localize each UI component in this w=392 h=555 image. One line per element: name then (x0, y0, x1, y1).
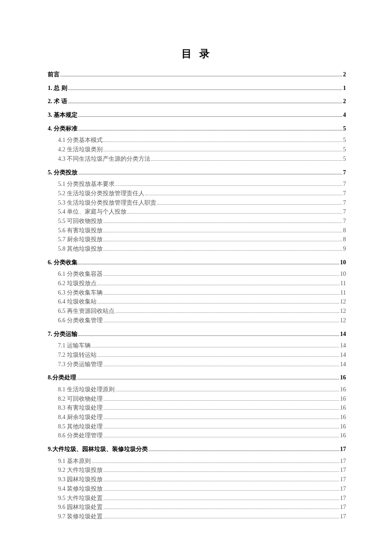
toc-sub-label: 4.3 不同生活垃圾产生源的分类方法 (58, 154, 150, 164)
toc-section-page: 7 (343, 168, 346, 177)
toc-line: 2. 术 语2 (48, 97, 346, 106)
toc-leader (98, 285, 340, 285)
toc-leader (104, 428, 339, 428)
toc-leader (104, 518, 339, 518)
toc-line: 9.6 园林垃圾处置17 (48, 503, 346, 512)
toc-sub-label: 7.2 垃圾转运站 (58, 350, 97, 360)
toc-line: 8.4 厨余垃圾处理16 (48, 413, 346, 422)
toc-sub-label: 8.1 生活垃圾处理原则 (58, 385, 115, 394)
toc-sub-page: 12 (340, 306, 346, 316)
toc-line: 3. 基本规定4 (48, 110, 346, 120)
toc-sub-page: 10 (340, 269, 346, 279)
toc-line: 9.大件垃圾、园林垃圾、装修垃圾分类17 (48, 445, 346, 454)
toc-section-page: 10 (340, 258, 346, 267)
toc-sub-page: 17 (340, 475, 346, 484)
toc-sub-page: 7 (343, 198, 346, 208)
toc-line: 5.6 有害垃圾投放8 (48, 226, 346, 235)
toc-leader (115, 185, 342, 186)
toc-subs: 6.1 分类收集容器106.2 垃圾投放点116.3 分类收集车辆116.4 垃… (48, 269, 346, 325)
toc-section-page: 14 (340, 330, 346, 339)
toc-leader (104, 509, 339, 509)
toc-line: 6.5 再生资源回收站点12 (48, 306, 346, 316)
toc-sub-label: 5.3 生活垃圾分类投放管理责任人职责 (58, 198, 156, 208)
toc-line: 4.3 不同生活垃圾产生源的分类方法5 (48, 154, 346, 164)
toc-sub-page: 16 (340, 385, 346, 394)
toc-section-label: 4. 分类标准 (48, 124, 78, 133)
toc-section: 7. 分类运输147.1 运输车辆147.2 垃圾转运站147.3 分类运输管理… (48, 330, 346, 369)
toc-line: 5.3 生活垃圾分类投放管理责任人职责7 (48, 198, 346, 208)
toc-sub-page: 17 (340, 484, 346, 494)
toc-sub-label: 9.6 园林垃圾处置 (58, 503, 103, 512)
toc-entry-page: 2 (343, 97, 346, 106)
toc-entry-label: 1. 总 则 (48, 84, 67, 93)
toc-section: 6. 分类收集106.1 分类收集容器106.2 垃圾投放点116.3 分类收集… (48, 258, 346, 325)
toc-line: 1. 总 则1 (48, 84, 346, 93)
toc-line: 8.分类处理16 (48, 373, 346, 382)
toc-leader (104, 322, 339, 322)
toc-line: 7.2 垃圾转运站14 (48, 350, 346, 360)
toc-sub-page: 17 (340, 465, 346, 475)
toc-container: 前言21. 总 则12. 术 语23. 基本规定44. 分类标准54.1 分类基… (48, 70, 346, 521)
toc-section: 4. 分类标准54.1 分类基本模式54.2 生活垃圾类别54.3 不同生活垃圾… (48, 124, 346, 164)
toc-sub-page: 12 (340, 297, 346, 306)
toc-leader (104, 419, 339, 419)
toc-leader (104, 275, 339, 276)
toc-line: 7. 分类运输14 (48, 330, 346, 339)
toc-sub-page: 17 (340, 503, 346, 512)
toc-leader (104, 151, 342, 151)
toc-sub-label: 9.5 大件垃圾处置 (58, 494, 103, 503)
toc-sub-label: 5.4 单位、家庭与个人投放 (58, 207, 127, 217)
toc-leader (104, 481, 339, 481)
toc-sub-page: 16 (340, 431, 346, 440)
toc-section-label: 8.分类处理 (48, 373, 76, 382)
toc-sub-label: 8.2 可回收物处理 (58, 394, 103, 404)
toc-sub-page: 7 (343, 189, 346, 198)
toc-leader (104, 409, 339, 410)
toc-sub-label: 9.3 园林垃圾投放 (58, 475, 103, 484)
toc-leader (78, 264, 339, 264)
toc-sub-page: 16 (340, 394, 346, 404)
toc-line: 5.2 生活垃圾分类投放管理责任人7 (48, 189, 346, 198)
toc-line: 8.1 生活垃圾处理原则16 (48, 385, 346, 394)
toc-sub-label: 5.1 分类投放基本要求 (58, 179, 115, 189)
toc-section-label: 7. 分类运输 (48, 330, 78, 339)
toc-leader (149, 451, 340, 451)
toc-leader (92, 347, 339, 347)
toc-subs: 5.1 分类投放基本要求75.2 生活垃圾分类投放管理责任人75.3 生活垃圾分… (48, 179, 346, 254)
toc-leader (104, 142, 342, 142)
toc-sub-label: 5.8 其他垃圾投放 (58, 244, 103, 254)
toc-line: 9.4 装修垃圾投放17 (48, 484, 346, 494)
toc-entry-label: 前言 (48, 70, 60, 79)
toc-sub-label: 9.1 基本原则 (58, 457, 91, 466)
toc-sub-page: 11 (340, 279, 346, 288)
toc-sub-page: 17 (340, 494, 346, 503)
toc-sub-page: 16 (340, 413, 346, 422)
toc-section-label: 5. 分类投放 (48, 168, 78, 177)
toc-sub-label: 6.4 垃圾收集站 (58, 297, 97, 306)
toc-leader (98, 303, 339, 304)
toc-sub-label: 4.2 生活垃圾类别 (58, 145, 103, 154)
toc-leader (104, 294, 340, 295)
toc-line: 5.8 其他垃圾投放9 (48, 244, 346, 254)
toc-sub-label: 7.1 运输车辆 (58, 341, 91, 350)
toc-sub-page: 7 (343, 207, 346, 217)
toc-line: 5.7 厨余垃圾投放8 (48, 235, 346, 244)
toc-sub-page: 16 (340, 422, 346, 431)
toc-sub-label: 9.7 装修垃圾处置 (58, 512, 103, 521)
toc-top-entries: 前言21. 总 则12. 术 语23. 基本规定4 (48, 70, 346, 120)
toc-entry-page: 1 (343, 84, 346, 93)
toc-section: 5. 分类投放75.1 分类投放基本要求75.2 生活垃圾分类投放管理责任人75… (48, 168, 346, 254)
toc-leader (68, 103, 343, 103)
toc-section-page: 16 (340, 373, 346, 382)
toc-sub-label: 9.2 大件垃圾投放 (58, 465, 103, 475)
toc-sub-label: 9.4 装修垃圾投放 (58, 484, 103, 494)
toc-sub-label: 5.2 生活垃圾分类投放管理责任人 (58, 189, 144, 198)
toc-leader (104, 400, 339, 401)
toc-sub-label: 6.1 分类收集容器 (58, 269, 103, 279)
toc-sub-page: 7 (343, 217, 346, 226)
toc-line: 7.3 分类运输管理14 (48, 360, 346, 369)
toc-line: 6.1 分类收集容器10 (48, 269, 346, 279)
toc-line: 6.4 垃圾收集站12 (48, 297, 346, 306)
toc-section: 9.大件垃圾、园林垃圾、装修垃圾分类179.1 基本原则179.2 大件垃圾投放… (48, 445, 346, 521)
toc-sub-page: 11 (340, 288, 346, 298)
